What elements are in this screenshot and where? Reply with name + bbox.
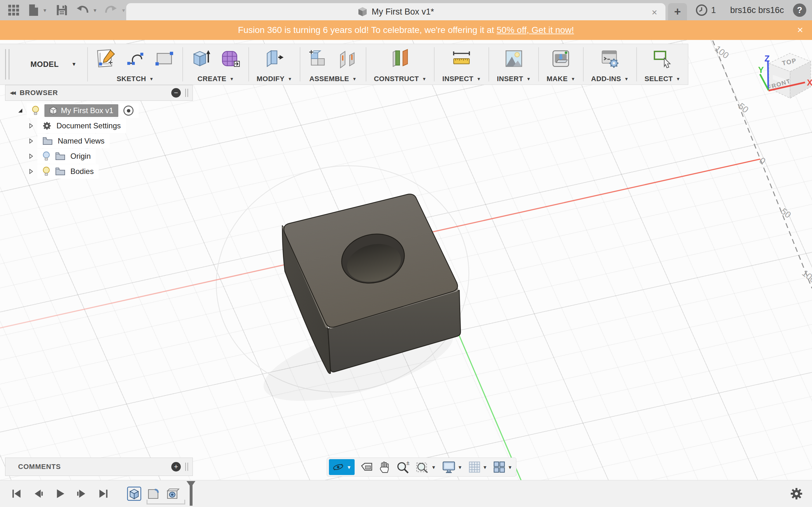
- play-button[interactable]: [54, 488, 66, 500]
- sketch-menu[interactable]: SKETCH ▼: [117, 73, 154, 84]
- tree-item-selected[interactable]: My First Box v1: [44, 104, 118, 117]
- grid-ruler-label: 50: [737, 101, 751, 115]
- promo-link[interactable]: 50% off, Get it now!: [497, 25, 574, 35]
- display-settings-icon: [442, 461, 456, 473]
- assemble-menu[interactable]: ASSEMBLE ▼: [309, 73, 357, 84]
- feature-box[interactable]: [127, 487, 142, 501]
- skip-to-start-button[interactable]: [11, 488, 23, 500]
- extrude-button[interactable]: [191, 48, 212, 69]
- skip-to-end-button[interactable]: [97, 488, 109, 500]
- addins-menu[interactable]: ADD-INS ▼: [591, 73, 629, 84]
- viewport[interactable]: 100 50 0 50 100: [0, 40, 812, 507]
- new-tab-button[interactable]: +: [668, 3, 687, 20]
- inspect-menu[interactable]: INSPECT ▼: [442, 73, 481, 84]
- tree-item-origin[interactable]: Origin: [28, 149, 208, 164]
- browser-header[interactable]: ◀◀ BROWSER −: [5, 85, 193, 101]
- insert-image-button[interactable]: [503, 48, 524, 69]
- zoom-window-caret[interactable]: ▼: [432, 464, 436, 470]
- look-at-button[interactable]: [360, 461, 373, 473]
- view-cube[interactable]: TOP FRONT Z Y X: [757, 44, 812, 112]
- browser-drag-handle[interactable]: [185, 89, 188, 97]
- collapse-panel-icon[interactable]: ◀◀: [10, 90, 14, 96]
- joint-button[interactable]: [337, 48, 358, 69]
- expand-triangle-icon[interactable]: [17, 107, 23, 114]
- redo-caret[interactable]: ▼: [121, 8, 126, 13]
- sketch-arc-button[interactable]: [125, 48, 146, 69]
- file-menu-button[interactable]: ▼: [28, 0, 47, 20]
- zoom-button[interactable]: ±: [396, 460, 410, 474]
- collapsed-triangle-icon[interactable]: [28, 153, 34, 160]
- press-pull-button[interactable]: [264, 48, 285, 69]
- create-form-button[interactable]: [220, 48, 241, 69]
- modify-menu[interactable]: MODIFY ▼: [257, 73, 292, 84]
- browser-minimize-button[interactable]: −: [171, 88, 181, 98]
- orbit-button[interactable]: ▼: [329, 459, 355, 475]
- redo-button[interactable]: ▼: [105, 0, 126, 20]
- toolbar-grip[interactable]: [5, 49, 9, 79]
- zoom-window-button[interactable]: ▼: [415, 460, 436, 474]
- new-component-button[interactable]: [308, 48, 329, 69]
- insert-menu-label: INSERT: [497, 75, 523, 83]
- activate-component-radio[interactable]: [123, 106, 134, 116]
- sketch-menu-caret: ▼: [149, 76, 154, 81]
- sketch-rectangle-button[interactable]: [154, 48, 175, 69]
- create-menu[interactable]: CREATE ▼: [197, 73, 234, 84]
- viewports-button[interactable]: ▼: [493, 461, 512, 473]
- viewports-caret[interactable]: ▼: [507, 464, 512, 470]
- pan-button[interactable]: [379, 461, 390, 473]
- measure-button[interactable]: [451, 48, 472, 69]
- browser-tree: My First Box v1 Document Setting: [5, 103, 208, 179]
- timeline-settings[interactable]: [790, 487, 812, 500]
- feature-hole[interactable]: [165, 487, 180, 501]
- help-button[interactable]: ?: [793, 0, 806, 20]
- component-cube-icon: [49, 107, 57, 115]
- add-comment-button[interactable]: +: [171, 462, 181, 471]
- tab-close-icon[interactable]: ×: [652, 7, 657, 18]
- grid-snap-caret[interactable]: ▼: [483, 464, 488, 470]
- make-button[interactable]: [550, 48, 571, 69]
- tree-item-document-settings[interactable]: Document Settings: [28, 118, 208, 133]
- select-menu[interactable]: SELECT ▼: [645, 73, 680, 84]
- model-box[interactable]: [256, 194, 461, 417]
- grid-ruler-label: 100: [800, 268, 812, 285]
- select-button[interactable]: [652, 48, 673, 69]
- create-sketch-button[interactable]: [96, 48, 116, 69]
- addins-button[interactable]: [600, 48, 620, 69]
- construct-plane-button[interactable]: [390, 48, 411, 69]
- collapsed-triangle-icon[interactable]: [28, 122, 34, 129]
- step-forward-button[interactable]: [75, 488, 88, 500]
- feature-fillet[interactable]: [146, 487, 160, 501]
- new-tab-plus-icon: +: [674, 5, 681, 18]
- tree-item-bodies[interactable]: Bodies: [28, 164, 208, 179]
- orbit-caret[interactable]: ▼: [347, 464, 351, 470]
- undo-caret[interactable]: ▼: [93, 8, 97, 13]
- collapsed-triangle-icon[interactable]: [28, 168, 34, 175]
- make-menu[interactable]: MAKE ▼: [547, 73, 575, 84]
- visibility-bulb-icon[interactable]: [43, 166, 50, 176]
- workspace-switcher[interactable]: MODEL ▼: [0, 44, 87, 84]
- user-account[interactable]: brs16c brs16c: [730, 0, 784, 20]
- save-button[interactable]: [56, 0, 68, 20]
- visibility-bulb-icon[interactable]: [32, 106, 39, 116]
- tree-item-named-views[interactable]: Named Views: [28, 134, 208, 148]
- banner-close-icon[interactable]: ×: [797, 24, 803, 36]
- display-settings-button[interactable]: ▼: [442, 461, 462, 473]
- insert-menu[interactable]: INSERT ▼: [497, 73, 531, 84]
- document-tab[interactable]: My First Box v1* ×: [126, 3, 665, 20]
- collapsed-triangle-icon[interactable]: [28, 137, 34, 145]
- construct-menu[interactable]: CONSTRUCT ▼: [374, 73, 426, 84]
- orbit-icon: [332, 461, 344, 473]
- step-back-button[interactable]: [32, 488, 44, 500]
- navigation-bar: ▼ ±: [327, 458, 516, 476]
- timeline-marker[interactable]: [186, 481, 195, 507]
- visibility-bulb-icon-off[interactable]: [43, 151, 50, 161]
- grid-snap-button[interactable]: ▼: [468, 461, 488, 473]
- undo-button[interactable]: ▼: [76, 0, 97, 20]
- comments-drag-handle[interactable]: [185, 463, 188, 471]
- redo-icon: [105, 4, 117, 16]
- display-settings-caret[interactable]: ▼: [458, 464, 462, 470]
- tree-item-root[interactable]: My First Box v1: [17, 103, 208, 118]
- app-grid-icon[interactable]: [8, 0, 20, 20]
- comments-panel[interactable]: COMMENTS +: [5, 458, 193, 476]
- job-status-button[interactable]: 1: [695, 0, 716, 20]
